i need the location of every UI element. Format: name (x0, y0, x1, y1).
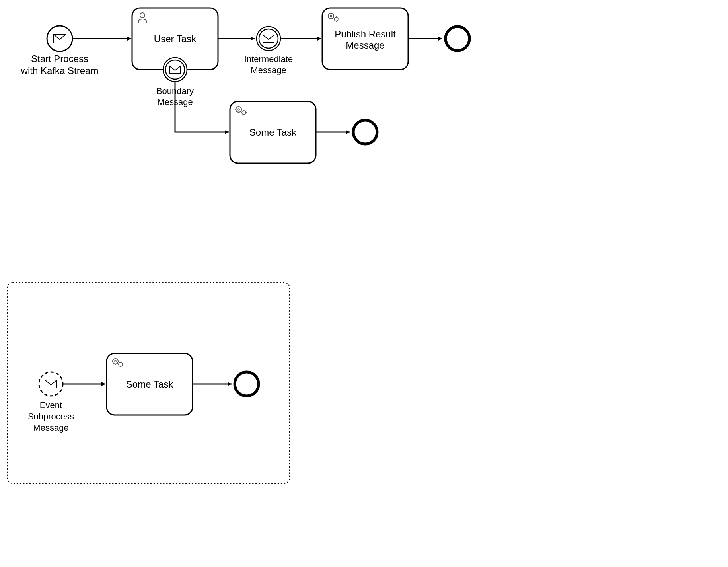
end-event[interactable] (446, 27, 469, 51)
envelope-icon (45, 380, 57, 388)
intermediate-message-label-line1: Intermediate (244, 54, 293, 64)
envelope-icon (169, 66, 181, 73)
subprocess-end-event[interactable] (235, 372, 259, 396)
svg-point-19 (353, 120, 377, 144)
boundary-message-event[interactable] (163, 58, 187, 82)
start-event-label-line2: with Kafka Stream (21, 65, 99, 76)
svg-point-27 (235, 372, 259, 396)
user-task-label: User Task (154, 33, 197, 44)
subprocess-some-task-label: Some Task (126, 379, 173, 390)
publish-task-label-line1: Publish Result (335, 29, 396, 39)
envelope-icon (263, 35, 274, 42)
bpmn-diagram: Start Process with Kafka Stream User Tas… (0, 0, 728, 567)
publish-task-label-line2: Message (346, 40, 384, 51)
subprocess-start-label-line1: Event (40, 400, 62, 410)
some-task[interactable]: Some Task (230, 101, 316, 163)
start-event[interactable] (47, 26, 72, 51)
subprocess-start-event[interactable] (39, 372, 63, 396)
subprocess-start-label-line2: Subprocess (28, 411, 74, 421)
intermediate-message-event[interactable] (257, 27, 280, 51)
subprocess-start-label-line3: Message (33, 423, 68, 433)
publish-result-task[interactable]: Publish Result Message (322, 8, 408, 70)
subprocess-some-task[interactable]: Some Task (107, 353, 193, 415)
intermediate-message-label-line2: Message (251, 65, 286, 75)
svg-point-14 (446, 27, 469, 51)
some-task-label: Some Task (249, 127, 297, 138)
envelope-icon (53, 34, 66, 43)
start-event-label-line1: Start Process (31, 53, 88, 64)
end-event[interactable] (353, 120, 377, 144)
